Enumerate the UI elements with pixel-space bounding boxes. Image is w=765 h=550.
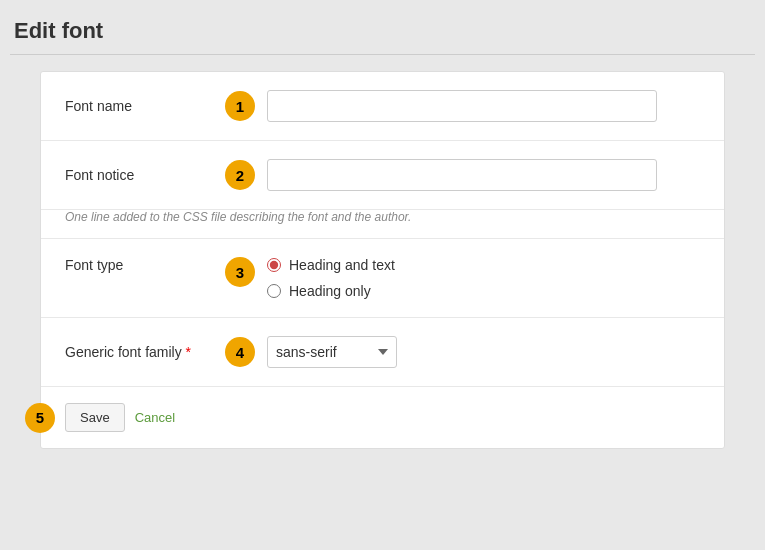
step-badge-5: 5 <box>25 403 55 433</box>
font-type-options: Heading and text Heading only <box>267 257 700 299</box>
form-actions: 5 Save Cancel <box>41 387 724 448</box>
font-name-label: Font name <box>65 98 225 114</box>
radio-heading-and-text[interactable]: Heading and text <box>267 257 700 273</box>
font-notice-row: Font notice 2 <box>41 141 724 210</box>
step-badge-4: 4 <box>225 337 255 367</box>
generic-font-family-row: Generic font family * 4 sans-serif serif… <box>41 318 724 387</box>
step-badge-3: 3 <box>225 257 255 287</box>
font-type-label: Font type <box>65 257 225 273</box>
radio-heading-and-text-label: Heading and text <box>289 257 395 273</box>
radio-heading-only[interactable]: Heading only <box>267 283 700 299</box>
font-type-row: Font type 3 Heading and text Heading onl… <box>41 239 724 318</box>
generic-font-family-field-wrapper: sans-serif serif monospace cursive fanta… <box>267 336 700 368</box>
font-notice-hint: One line added to the CSS file describin… <box>41 210 724 239</box>
radio-heading-and-text-input[interactable] <box>267 258 281 272</box>
generic-font-family-label: Generic font family * <box>65 344 225 360</box>
save-button[interactable]: Save <box>65 403 125 432</box>
generic-font-family-select[interactable]: sans-serif serif monospace cursive fanta… <box>267 336 397 368</box>
font-name-row: Font name 1 <box>41 72 724 141</box>
radio-heading-only-input[interactable] <box>267 284 281 298</box>
edit-font-form: Font name 1 Font notice 2 One line added… <box>40 71 725 449</box>
font-notice-field-wrapper <box>267 159 700 191</box>
font-notice-label: Font notice <box>65 167 225 183</box>
page-title: Edit font <box>10 10 755 55</box>
font-notice-input[interactable] <box>267 159 657 191</box>
required-marker: * <box>186 344 191 360</box>
font-name-input[interactable] <box>267 90 657 122</box>
radio-heading-only-label: Heading only <box>289 283 371 299</box>
step-badge-2: 2 <box>225 160 255 190</box>
step-badge-1: 1 <box>225 91 255 121</box>
cancel-link[interactable]: Cancel <box>135 410 175 425</box>
font-name-field-wrapper <box>267 90 700 122</box>
